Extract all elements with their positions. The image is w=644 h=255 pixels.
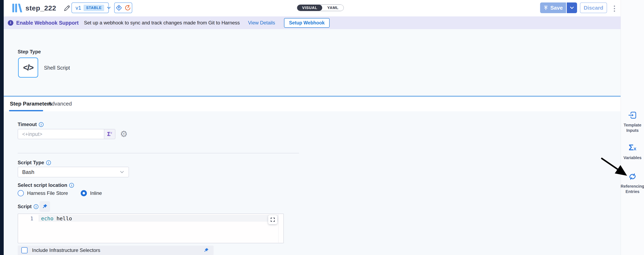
- timeout-input[interactable]: [18, 129, 104, 139]
- collapsed-left-nav[interactable]: [0, 0, 4, 255]
- script-label: Scripti: [18, 204, 38, 210]
- template-meta-icons[interactable]: [114, 2, 132, 13]
- banner-message: Set up a webhook to sync and track chang…: [84, 20, 240, 26]
- info-icon[interactable]: i: [34, 204, 38, 209]
- script-type-label: Script Typei: [18, 160, 51, 166]
- info-icon[interactable]: i: [46, 160, 51, 165]
- visual-yaml-toggle: VISUAL YAML: [297, 4, 344, 11]
- panel-label: Template Inputs: [624, 122, 641, 133]
- include-infra-checkbox[interactable]: [21, 247, 28, 253]
- template-diamond-icon: [116, 4, 122, 11]
- info-icon: i: [8, 20, 13, 26]
- expand-editor-button[interactable]: [268, 215, 277, 224]
- step-type-card[interactable]: </>: [18, 58, 38, 78]
- view-details-link[interactable]: View Details: [248, 20, 275, 26]
- pin-script-button[interactable]: [40, 201, 50, 212]
- tab-advanced[interactable]: Advanced: [48, 100, 72, 107]
- referencing-entries-icon: [628, 172, 637, 181]
- template-inputs-icon: [628, 111, 637, 120]
- save-options-caret[interactable]: [567, 2, 577, 13]
- version-selector[interactable]: v1 STABLE: [72, 2, 109, 13]
- sidebar-item-variables[interactable]: Σx Variables: [621, 143, 644, 160]
- tab-step-parameters[interactable]: Step Parameters: [10, 100, 52, 107]
- code-slash-icon: </>: [23, 63, 33, 72]
- stable-badge: STABLE: [84, 5, 104, 11]
- script-type-value: Bash: [22, 169, 120, 175]
- include-infra-label: Include Infrastructure Selectors: [32, 248, 100, 253]
- script-location-label: Select script locationi: [18, 182, 74, 188]
- expression-input-type-button[interactable]: Σx: [104, 129, 116, 139]
- toggle-visual[interactable]: VISUAL: [297, 5, 322, 11]
- info-icon[interactable]: i: [39, 122, 44, 127]
- code-line[interactable]: echo hello: [41, 216, 72, 222]
- page-title: step_222: [26, 4, 56, 12]
- timeout-label: Timeouti: [18, 122, 44, 127]
- sidebar-item-template-inputs[interactable]: Template Inputs: [621, 111, 644, 133]
- script-code-editor[interactable]: 1 echo hello: [18, 214, 284, 243]
- script-location-radio-group: Harness File Store Inline: [18, 190, 102, 196]
- version-label: v1: [76, 5, 81, 11]
- chevron-down-icon: [120, 170, 124, 174]
- script-type-dropdown[interactable]: Bash: [18, 167, 129, 178]
- minimap-divider: [278, 214, 278, 243]
- save-button[interactable]: Save: [540, 2, 566, 13]
- header: step_222 v1 STABLE: [4, 0, 620, 16]
- right-sidebar: Template Inputs Σx Variables Referencing: [620, 0, 644, 255]
- radio-inline[interactable]: [81, 190, 87, 196]
- radio-label[interactable]: Inline: [90, 190, 102, 196]
- discard-button[interactable]: Discard: [580, 2, 607, 13]
- timer-icon: [124, 4, 131, 11]
- line-number: 1: [22, 216, 33, 222]
- save-label: Save: [550, 5, 563, 11]
- harness-logo-icon: [12, 3, 22, 13]
- info-icon[interactable]: i: [69, 183, 74, 188]
- setup-webhook-button[interactable]: Setup Webhook: [284, 18, 330, 28]
- template-studio-page: step_222 v1 STABLE: [0, 0, 644, 255]
- pin-icon: [42, 204, 48, 210]
- toggle-yaml[interactable]: YAML: [322, 5, 343, 11]
- banner-title: Enable Webhook Support: [16, 20, 79, 26]
- chevron-down-icon: [106, 6, 111, 10]
- step-type-section: [4, 29, 620, 96]
- step-type-label: Step Type: [18, 49, 41, 54]
- tab-bar: [4, 97, 620, 111]
- step-type-value: Shell Script: [44, 65, 70, 71]
- radio-label[interactable]: Harness File Store: [27, 190, 68, 196]
- webhook-banner: i Enable Webhook Support Set up a webhoo…: [4, 16, 620, 29]
- panel-label: Variables: [624, 155, 642, 160]
- include-infra-row: Include Infrastructure Selectors: [18, 246, 214, 255]
- pin-icon[interactable]: [203, 248, 209, 253]
- more-options-kebab-icon[interactable]: [612, 4, 616, 13]
- edit-title-icon[interactable]: [63, 4, 71, 12]
- current-line-highlight: [38, 215, 278, 222]
- expand-icon: [270, 217, 276, 222]
- radio-harness-file-store[interactable]: [18, 190, 24, 196]
- variables-icon: Σx: [628, 143, 636, 152]
- panel-label: Referencing Entries: [620, 184, 644, 194]
- sidebar-item-referencing-entries[interactable]: Referencing Entries: [621, 172, 644, 194]
- gear-icon[interactable]: ⚙: [119, 129, 128, 139]
- section-divider: [18, 153, 299, 153]
- upload-icon: [544, 5, 548, 10]
- sigma-expression-icon: Σx: [107, 131, 112, 137]
